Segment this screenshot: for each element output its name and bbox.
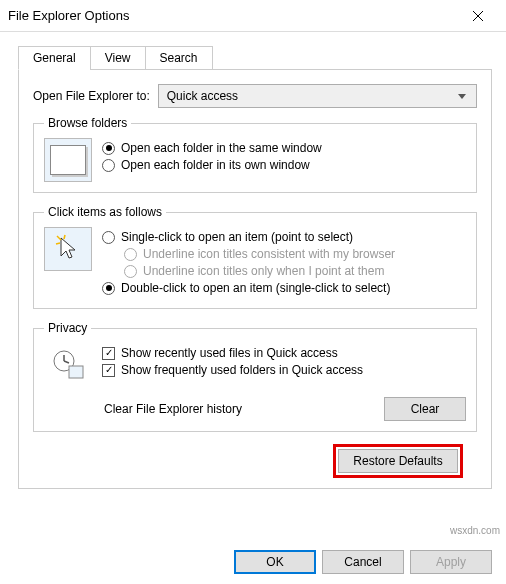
svg-line-4 bbox=[64, 235, 65, 239]
svg-marker-2 bbox=[61, 238, 75, 258]
restore-highlight: Restore Defaults bbox=[333, 444, 463, 478]
privacy-group: Privacy Show recently used files in Quic… bbox=[33, 321, 477, 432]
restore-defaults-button[interactable]: Restore Defaults bbox=[338, 449, 458, 473]
tab-search[interactable]: Search bbox=[145, 46, 213, 70]
window-picture-icon bbox=[50, 145, 86, 175]
radio-label: Single-click to open an item (point to s… bbox=[121, 230, 353, 244]
checkbox-frequent-folders[interactable]: Show frequently used folders in Quick ac… bbox=[102, 363, 466, 377]
watermark-text: wsxdn.com bbox=[450, 525, 500, 536]
checkbox-label: Show recently used files in Quick access bbox=[121, 346, 338, 360]
radio-icon bbox=[102, 282, 115, 295]
radio-icon bbox=[124, 265, 137, 278]
radio-label: Underline icon titles only when I point … bbox=[143, 264, 384, 278]
browse-folders-legend: Browse folders bbox=[44, 116, 131, 130]
svg-line-3 bbox=[57, 236, 61, 240]
dialog-buttons: OK Cancel Apply bbox=[234, 550, 492, 574]
checkbox-label: Show frequently used folders in Quick ac… bbox=[121, 363, 363, 377]
radio-label: Open each folder in its own window bbox=[121, 158, 310, 172]
titlebar: File Explorer Options bbox=[0, 0, 506, 32]
svg-rect-9 bbox=[69, 366, 83, 378]
radio-own-window[interactable]: Open each folder in its own window bbox=[102, 158, 466, 172]
browse-folders-group: Browse folders Open each folder in the s… bbox=[33, 116, 477, 193]
click-items-legend: Click items as follows bbox=[44, 205, 166, 219]
close-button[interactable] bbox=[458, 1, 498, 31]
cancel-button[interactable]: Cancel bbox=[322, 550, 404, 574]
open-to-value: Quick access bbox=[167, 89, 238, 103]
ok-button[interactable]: OK bbox=[234, 550, 316, 574]
browse-folders-icon bbox=[44, 138, 92, 182]
clear-history-label: Clear File Explorer history bbox=[104, 402, 384, 416]
radio-icon bbox=[102, 159, 115, 172]
radio-icon bbox=[102, 142, 115, 155]
close-icon bbox=[472, 10, 484, 22]
click-items-icon bbox=[44, 227, 92, 271]
radio-double-click[interactable]: Double-click to open an item (single-cli… bbox=[102, 281, 466, 295]
radio-label: Underline icon titles consistent with my… bbox=[143, 247, 395, 261]
open-to-row: Open File Explorer to: Quick access bbox=[33, 84, 477, 108]
radio-same-window[interactable]: Open each folder in the same window bbox=[102, 141, 466, 155]
checkbox-icon bbox=[102, 364, 115, 377]
radio-icon bbox=[124, 248, 137, 261]
privacy-icon bbox=[44, 343, 92, 387]
open-to-dropdown[interactable]: Quick access bbox=[158, 84, 477, 108]
apply-button[interactable]: Apply bbox=[410, 550, 492, 574]
radio-single-click[interactable]: Single-click to open an item (point to s… bbox=[102, 230, 466, 244]
tab-panel-general: Open File Explorer to: Quick access Brow… bbox=[18, 69, 492, 489]
checkbox-recent-files[interactable]: Show recently used files in Quick access bbox=[102, 346, 466, 360]
clock-history-icon bbox=[51, 348, 85, 382]
privacy-legend: Privacy bbox=[44, 321, 91, 335]
radio-label: Open each folder in the same window bbox=[121, 141, 322, 155]
click-items-group: Click items as follows Single-click to o… bbox=[33, 205, 477, 309]
tab-strip: General View Search bbox=[18, 46, 506, 70]
cursor-icon bbox=[55, 234, 81, 264]
window-title: File Explorer Options bbox=[8, 8, 458, 23]
open-to-label: Open File Explorer to: bbox=[33, 89, 150, 103]
radio-icon bbox=[102, 231, 115, 244]
radio-underline-browser: Underline icon titles consistent with my… bbox=[124, 247, 466, 261]
svg-line-5 bbox=[56, 243, 60, 244]
radio-label: Double-click to open an item (single-cli… bbox=[121, 281, 390, 295]
checkbox-icon bbox=[102, 347, 115, 360]
tab-general[interactable]: General bbox=[18, 46, 91, 70]
tab-view[interactable]: View bbox=[90, 46, 146, 70]
radio-underline-point: Underline icon titles only when I point … bbox=[124, 264, 466, 278]
clear-button[interactable]: Clear bbox=[384, 397, 466, 421]
